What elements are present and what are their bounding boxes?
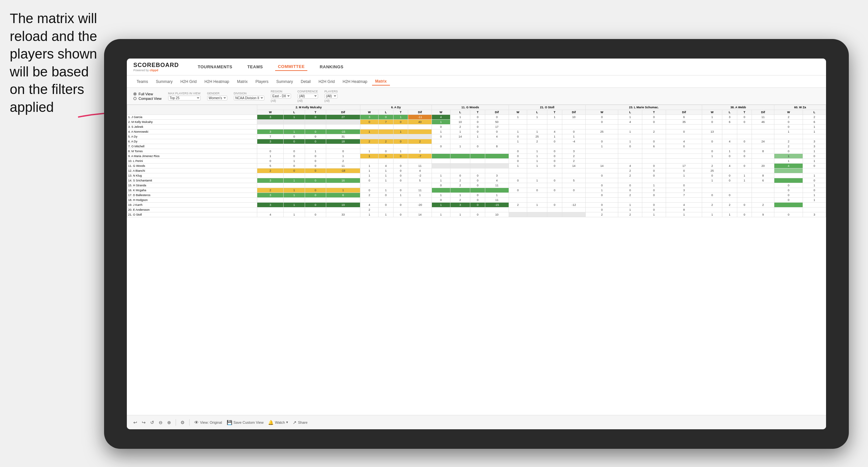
logo-powered: Powered by clippd: [133, 69, 179, 72]
col38-t: T: [737, 110, 751, 115]
view-original-label: View: Original: [200, 421, 222, 425]
gender-select[interactable]: Women's: [207, 96, 227, 100]
col60-w: W: [774, 110, 803, 115]
col11-t: T: [470, 110, 485, 115]
players-all2: (All): [324, 99, 338, 102]
player-name: 20. E Andersson: [127, 208, 257, 212]
save-custom-label: Save Custom View: [234, 421, 264, 425]
watch-button[interactable]: 🔔 Watch ▾: [268, 420, 288, 425]
subnav-matrix2[interactable]: Matrix: [372, 78, 390, 86]
compact-view-option[interactable]: Compact View: [133, 97, 162, 100]
col-6-header: 6. A Dy: [360, 105, 432, 110]
full-view-option[interactable]: Full View: [133, 92, 162, 96]
compact-view-radio[interactable]: [133, 97, 136, 100]
undo-button[interactable]: ↩: [133, 420, 137, 425]
toolbar-divider: [176, 419, 176, 426]
eye-icon: 👁: [194, 420, 199, 425]
reset-icon: ↺: [150, 420, 154, 425]
gender-filter: Gender Women's: [207, 92, 227, 100]
zoom-in-button[interactable]: ⊕: [167, 420, 171, 425]
bottom-toolbar: ↩ ↪ ↺ ⊖ ⊕ ⚙ 👁 View: Original: [127, 415, 826, 429]
subnav-h2h-heatmap[interactable]: H2H Heatmap: [201, 78, 232, 85]
division-select[interactable]: NCAA Division II: [234, 96, 265, 100]
col2-t: T: [305, 110, 326, 115]
annotation-text: The matrix will reload and the players s…: [10, 10, 104, 117]
col6-l: L: [378, 110, 393, 115]
view-original-button[interactable]: 👁 View: Original: [194, 420, 222, 425]
subnav-h2h-grid2[interactable]: H2H Grid: [315, 78, 338, 85]
subnav-summary[interactable]: Summary: [153, 78, 176, 85]
logo-title: SCOREBOARD: [133, 62, 179, 69]
division-label: Division: [234, 92, 265, 95]
player-name: 13. N Klug: [127, 173, 257, 178]
subnav-detail[interactable]: Detail: [298, 78, 314, 85]
region-select[interactable]: East - DII: [271, 94, 291, 98]
nav-rankings[interactable]: RANKINGS: [317, 63, 346, 70]
zoom-out-icon: ⊖: [159, 420, 163, 425]
sub-nav: Teams Summary H2H Grid H2H Heatmap Matri…: [127, 75, 826, 88]
full-view-radio[interactable]: [133, 92, 136, 96]
matrix-scroll[interactable]: 2. M Kelly Mulcahy 6. A Dy 11. G Woods 2…: [127, 105, 826, 415]
table-row: 9. A Maria Jimenez Rios 1001 100-7 0102 …: [127, 154, 826, 159]
player-name: 9. A Maria Jimenez Rios: [127, 154, 257, 159]
settings-icon: ⚙: [181, 420, 185, 425]
settings-button[interactable]: ⚙: [181, 420, 185, 425]
player-name: 7. O Mitchell: [127, 144, 257, 149]
zoom-out-button[interactable]: ⊖: [159, 420, 163, 425]
gender-label: Gender: [207, 92, 227, 95]
nav-tournaments[interactable]: TOURNAMENTS: [195, 63, 235, 70]
players-select[interactable]: (All): [324, 94, 338, 98]
zoom-in-icon: ⊕: [167, 420, 171, 425]
col2-l: L: [284, 110, 305, 115]
subnav-players[interactable]: Players: [252, 78, 272, 85]
players-label: Players: [324, 90, 338, 93]
player-name: 14. S Srichantamit: [127, 178, 257, 183]
col11-dif: Dif: [485, 110, 509, 115]
player-name: 19. J Karrh: [127, 203, 257, 208]
player-name: 12. A Bianchi: [127, 168, 257, 173]
player-name: 10. L Perini: [127, 159, 257, 163]
conference-select[interactable]: (All): [298, 94, 318, 98]
conference-all2: (All): [298, 99, 318, 102]
nav-committee[interactable]: COMMITTEE: [275, 63, 307, 71]
subnav-matrix[interactable]: Matrix: [234, 78, 251, 85]
matrix-table: 2. M Kelly Mulcahy 6. A Dy 11. G Woods 2…: [127, 105, 826, 217]
subnav-h2h-heatmap2[interactable]: H2H Heatmap: [339, 78, 370, 85]
player-name: 3. S Jelinek: [127, 125, 257, 129]
redo-button[interactable]: ↪: [142, 420, 146, 425]
table-row: 10. L Perini 0102 0102 11: [127, 159, 826, 163]
table-row: 12. A Bianchi 200-18 1104 200 25: [127, 168, 826, 173]
table-row: 3. S Jelinek 02017 01: [127, 125, 826, 129]
players-filter: Players (All) (All): [324, 90, 338, 102]
table-row: 4. A Nomrowski 310-15 11 1100 1140 25120…: [127, 129, 826, 134]
col11-w: W: [432, 110, 450, 115]
share-label: Share: [298, 421, 307, 425]
col11-l: L: [450, 110, 470, 115]
save-custom-button[interactable]: 💾 Save Custom View: [227, 420, 264, 425]
share-button[interactable]: ↗ Share: [293, 420, 307, 425]
reset-button[interactable]: ↺: [150, 420, 154, 425]
col38-dif: Dif: [752, 110, 774, 115]
col-23-header: 23. L Marie Schumac.: [586, 105, 702, 110]
table-row: 16. K Mcgaha 2101 01011 0000 1003 00: [127, 188, 826, 193]
logo: SCOREBOARD Powered by clippd: [133, 62, 179, 72]
player-name: 1. J Garcia: [127, 115, 257, 120]
col-2-header: 2. M Kelly Mulcahy: [257, 105, 360, 110]
table-row: 19. J Karrh 31019 400-20 130-15 210-12 0…: [127, 203, 826, 208]
max-players-label: Max players in view: [168, 92, 201, 95]
nav-teams[interactable]: TEAMS: [245, 63, 266, 70]
table-row: 13. N Klug 110-2 1003 0201 0018 1: [127, 173, 826, 178]
max-players-select[interactable]: Top 25: [168, 96, 201, 100]
subnav-teams[interactable]: Teams: [133, 78, 151, 85]
conference-filter: Conference (All) (All): [298, 90, 318, 102]
filters-bar: Full View Compact View Max players in vi…: [127, 88, 826, 105]
conference-label: Conference: [298, 90, 318, 93]
col21-dif: Dif: [562, 110, 586, 115]
col60-l: L: [803, 110, 826, 115]
subnav-h2h-grid[interactable]: H2H Grid: [177, 78, 200, 85]
subnav-summary2[interactable]: Summary: [273, 78, 296, 85]
division-filter: Division NCAA Division II: [234, 92, 265, 100]
col2-w: W: [257, 110, 284, 115]
col38-l: L: [722, 110, 737, 115]
col-21-header: 21. O Stoll: [509, 105, 586, 110]
